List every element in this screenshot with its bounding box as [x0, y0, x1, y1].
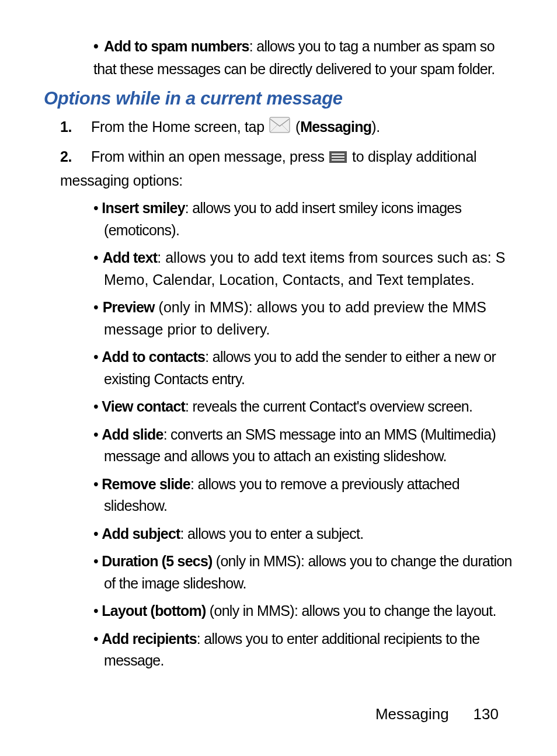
- opt-desc: : converts an SMS message into an MMS (M…: [104, 426, 496, 465]
- step-2-before: From within an open message, press: [91, 148, 325, 165]
- footer-section: Messaging: [375, 705, 449, 723]
- svg-rect-3: [332, 156, 344, 158]
- opt-term: Duration (5 secs): [102, 553, 212, 569]
- opt-suffix: (only in MMS): [206, 602, 294, 619]
- step-1-paren-close: ).: [371, 119, 380, 135]
- opt-desc: : allows you to add text items from sour…: [104, 249, 505, 288]
- opt-desc: : allows you to change the layout.: [294, 602, 496, 619]
- opt-term: Add to contacts: [102, 349, 205, 365]
- step-1-messaging: Messaging: [300, 119, 371, 135]
- step-1: 1.From the Home screen, tap (Messaging).: [60, 116, 513, 140]
- section-heading: Options while in a current message: [44, 85, 513, 113]
- opt-term: View contact: [102, 398, 185, 414]
- spam-bullet: •Add to spam numbers: allows you to tag …: [93, 35, 513, 81]
- step-1-before: From the Home screen, tap: [91, 119, 264, 135]
- option-add-text: • Add text: allows you to add text items…: [44, 247, 513, 291]
- option-add-slide: • Add slide: converts an SMS message int…: [44, 424, 513, 468]
- opt-term: Insert smiley: [102, 200, 184, 216]
- option-add-to-contacts: • Add to contacts: allows you to add the…: [44, 346, 513, 390]
- bullet-mark: •: [93, 35, 104, 58]
- option-view-contact: • View contact: reveals the current Cont…: [44, 396, 513, 418]
- option-layout: • Layout (bottom) (only in MMS): allows …: [44, 600, 513, 622]
- option-add-recipients: • Add recipients: allows you to enter ad…: [44, 628, 513, 672]
- opt-term: Add recipients: [102, 630, 196, 647]
- opt-desc: : allows you to enter a subject.: [180, 525, 364, 542]
- opt-term: Preview: [103, 299, 155, 315]
- opt-suffix: (only in MMS): [213, 553, 301, 569]
- envelope-icon: [269, 117, 290, 140]
- svg-rect-0: [270, 117, 290, 133]
- opt-term: Add slide: [102, 426, 163, 443]
- step-2: 2.From within an open message, press to …: [60, 145, 513, 192]
- option-preview: • Preview (only in MMS): allows you to a…: [44, 297, 513, 340]
- page-footer: Messaging130: [375, 703, 499, 726]
- opt-desc: : reveals the current Contact's overview…: [185, 398, 472, 414]
- opt-term: Layout (bottom): [102, 602, 206, 619]
- step-1-paren-open: (: [295, 119, 300, 135]
- option-add-subject: • Add subject: allows you to enter a sub…: [44, 523, 513, 545]
- menu-icon: [329, 147, 347, 169]
- option-remove-slide: • Remove slide: allows you to remove a p…: [44, 473, 513, 517]
- option-duration: • Duration (5 secs) (only in MMS): allow…: [44, 551, 513, 594]
- opt-term: Add text: [103, 249, 158, 266]
- opt-suffix: (only in MMS): [155, 299, 249, 315]
- opt-term: Add subject: [102, 525, 180, 542]
- footer-page: 130: [474, 705, 499, 723]
- svg-rect-2: [332, 154, 344, 155]
- step-2-num: 2.: [60, 145, 91, 168]
- opt-term: Remove slide: [102, 476, 190, 492]
- svg-rect-4: [332, 159, 344, 161]
- step-1-num: 1.: [60, 116, 91, 138]
- option-insert-smiley: • Insert smiley: allows you to add inser…: [44, 197, 513, 241]
- spam-term: Add to spam numbers: [104, 38, 249, 54]
